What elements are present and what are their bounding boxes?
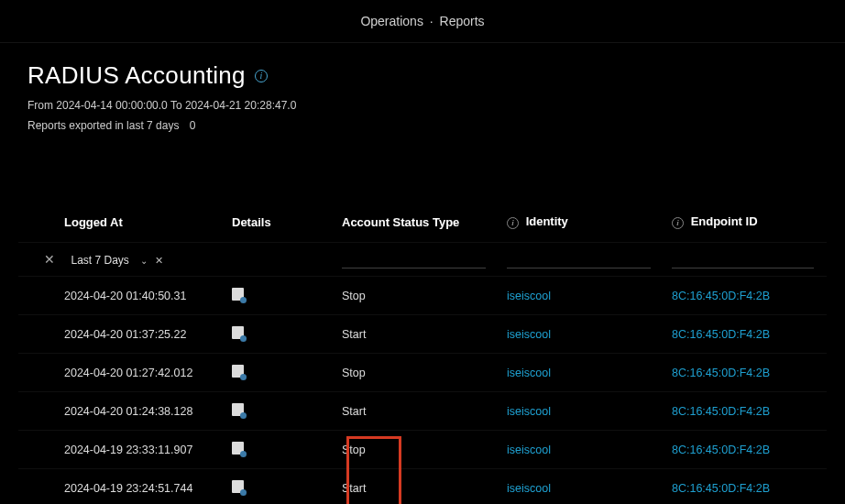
cell-logged-at: 2024-04-20 01:27:42.012 bbox=[18, 354, 225, 392]
cell-identity: iseiscool bbox=[499, 469, 664, 505]
filter-input-status[interactable] bbox=[342, 250, 486, 268]
cell-status: Start bbox=[335, 469, 499, 505]
filter-input-endpoint[interactable] bbox=[672, 250, 814, 268]
identity-link[interactable]: iseiscool bbox=[507, 405, 551, 418]
cell-identity: iseiscool bbox=[499, 315, 664, 354]
exported-summary: Reports exported in last 7 days 0 bbox=[27, 119, 818, 132]
identity-link[interactable]: iseiscool bbox=[507, 367, 551, 379]
info-icon: i bbox=[672, 217, 684, 229]
breadcrumb-page[interactable]: Reports bbox=[440, 14, 485, 28]
report-table-wrap: Logged At Details Account Status Type i … bbox=[0, 202, 845, 504]
filter-row: ✕ Last 7 Days ⌄ ✕ bbox=[18, 243, 827, 277]
identity-link[interactable]: iseiscool bbox=[507, 328, 551, 341]
cell-details bbox=[225, 392, 335, 431]
clear-filter-icon[interactable]: ✕ bbox=[155, 255, 163, 267]
col-header-status[interactable]: Account Status Type bbox=[335, 202, 499, 243]
cell-status: Stop bbox=[335, 277, 499, 315]
table-header-row: Logged At Details Account Status Type i … bbox=[18, 202, 827, 243]
table-row: 2024-04-19 23:33:11.907Stopiseiscool8C:1… bbox=[18, 431, 827, 469]
page-header: RADIUS Accounting i From 2024-04-14 00:0… bbox=[0, 61, 845, 150]
col-header-endpoint[interactable]: i Endpoint ID bbox=[664, 202, 827, 243]
identity-link[interactable]: iseiscool bbox=[507, 290, 551, 302]
identity-link[interactable]: iseiscool bbox=[507, 444, 551, 456]
exported-label: Reports exported in last 7 days bbox=[27, 119, 179, 132]
cell-status: Start bbox=[335, 315, 499, 354]
endpoint-link[interactable]: 8C:16:45:0D:F4:2B bbox=[672, 405, 770, 418]
cell-logged-at: 2024-04-20 01:24:38.128 bbox=[18, 392, 225, 431]
breadcrumb: Operations · Reports bbox=[0, 0, 845, 43]
endpoint-link[interactable]: 8C:16:45:0D:F4:2B bbox=[672, 290, 770, 302]
cell-details bbox=[225, 277, 335, 315]
cell-logged-at: 2024-04-20 01:37:25.22 bbox=[18, 315, 225, 354]
date-range-dropdown-label: Last 7 Days bbox=[71, 254, 128, 267]
cell-details bbox=[225, 469, 335, 505]
info-icon[interactable]: i bbox=[255, 70, 268, 82]
details-icon[interactable] bbox=[232, 365, 244, 378]
details-icon[interactable] bbox=[232, 326, 244, 339]
breadcrumb-separator: · bbox=[430, 14, 433, 28]
cell-endpoint: 8C:16:45:0D:F4:2B bbox=[664, 392, 827, 431]
table-row: 2024-04-20 01:37:25.22Startiseiscool8C:1… bbox=[18, 315, 827, 354]
cell-identity: iseiscool bbox=[499, 277, 664, 315]
cell-logged-at: 2024-04-19 23:33:11.907 bbox=[18, 431, 225, 469]
table-row: 2024-04-20 01:40:50.31Stopiseiscool8C:16… bbox=[18, 277, 827, 315]
cell-identity: iseiscool bbox=[499, 354, 664, 392]
cell-status: Start bbox=[335, 392, 499, 431]
endpoint-link[interactable]: 8C:16:45:0D:F4:2B bbox=[672, 328, 770, 341]
cell-endpoint: 8C:16:45:0D:F4:2B bbox=[664, 277, 827, 315]
cell-endpoint: 8C:16:45:0D:F4:2B bbox=[664, 469, 827, 505]
page-title: RADIUS Accounting bbox=[27, 61, 246, 90]
endpoint-link[interactable]: 8C:16:45:0D:F4:2B bbox=[672, 367, 770, 379]
cell-details bbox=[225, 315, 335, 354]
col-header-endpoint-label: Endpoint ID bbox=[691, 214, 758, 228]
table-row: 2024-04-19 23:24:51.744Startiseiscool8C:… bbox=[18, 469, 827, 505]
chevron-down-icon: ⌄ bbox=[140, 256, 148, 266]
details-icon[interactable] bbox=[232, 480, 244, 493]
cell-logged-at: 2024-04-20 01:40:50.31 bbox=[18, 277, 225, 315]
endpoint-link[interactable]: 8C:16:45:0D:F4:2B bbox=[672, 444, 770, 456]
report-table: Logged At Details Account Status Type i … bbox=[18, 202, 827, 504]
col-header-logged-at[interactable]: Logged At bbox=[18, 202, 225, 243]
details-icon[interactable] bbox=[232, 288, 244, 301]
table-row: 2024-04-20 01:24:38.128Startiseiscool8C:… bbox=[18, 392, 827, 431]
cell-logged-at: 2024-04-19 23:24:51.744 bbox=[18, 469, 225, 505]
cell-details bbox=[225, 354, 335, 392]
endpoint-link[interactable]: 8C:16:45:0D:F4:2B bbox=[672, 482, 770, 495]
cell-identity: iseiscool bbox=[499, 431, 664, 469]
identity-link[interactable]: iseiscool bbox=[507, 482, 551, 495]
info-icon: i bbox=[507, 217, 519, 229]
col-header-details[interactable]: Details bbox=[225, 202, 335, 243]
cell-endpoint: 8C:16:45:0D:F4:2B bbox=[664, 315, 827, 354]
col-header-identity-label: Identity bbox=[526, 214, 568, 228]
cell-endpoint: 8C:16:45:0D:F4:2B bbox=[664, 431, 827, 469]
table-row: 2024-04-20 01:27:42.012Stopiseiscool8C:1… bbox=[18, 354, 827, 392]
cell-identity: iseiscool bbox=[499, 392, 664, 431]
exported-count: 0 bbox=[190, 119, 196, 132]
col-header-identity[interactable]: i Identity bbox=[499, 202, 664, 243]
breadcrumb-section[interactable]: Operations bbox=[360, 14, 422, 28]
date-range: From 2024-04-14 00:00:00.0 To 2024-04-21… bbox=[27, 99, 818, 112]
cell-status: Stop bbox=[335, 431, 499, 469]
details-icon[interactable] bbox=[232, 403, 244, 416]
cell-details bbox=[225, 431, 335, 469]
filter-input-identity[interactable] bbox=[507, 250, 651, 268]
cell-endpoint: 8C:16:45:0D:F4:2B bbox=[664, 354, 827, 392]
details-icon[interactable] bbox=[232, 442, 244, 455]
date-range-dropdown[interactable]: Last 7 Days ⌄ ✕ bbox=[71, 254, 162, 267]
cell-status: Stop bbox=[335, 354, 499, 392]
close-icon[interactable]: ✕ bbox=[38, 252, 60, 267]
